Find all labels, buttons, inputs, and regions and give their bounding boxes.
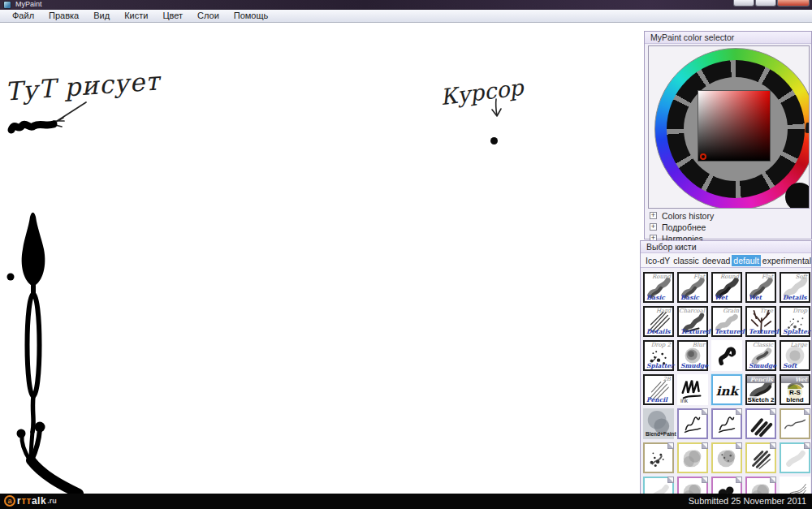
corner-fold-icon xyxy=(667,477,674,483)
corner-fold-icon xyxy=(702,408,708,415)
brush-bottom-label: Textured xyxy=(680,328,710,335)
brush-thumbnail[interactable]: BlurSmudge xyxy=(677,340,708,371)
brush-thumbnail[interactable]: DropSplatter xyxy=(780,306,810,337)
brush-name-label: ink xyxy=(680,398,688,403)
brush-top-label: Tree xyxy=(760,308,773,314)
brush-thumbnail[interactable]: HardDetails xyxy=(643,306,674,337)
brush-top-label: Drop 2 xyxy=(651,342,671,348)
brush-thumbnail[interactable]: ClassicSmudge xyxy=(745,340,776,371)
menu-item[interactable]: Вид xyxy=(86,10,117,22)
hand-arrow-to-cursor xyxy=(486,97,507,120)
brush-thumbnail[interactable]: FlatWet xyxy=(745,272,776,303)
menu-item[interactable]: Файл xyxy=(5,10,41,22)
brush-thumbnail[interactable]: GrainTextured xyxy=(711,306,742,337)
brush-thumbnail[interactable]: 2BPencil xyxy=(643,374,674,405)
brush-top-label: Classic xyxy=(753,342,773,348)
brush-top-label: Flat xyxy=(693,274,705,280)
menu-item[interactable]: Кисти xyxy=(117,10,155,22)
saturation-value-square[interactable] xyxy=(698,90,771,162)
brush-thumbnail[interactable] xyxy=(677,408,708,439)
brush-group-tab[interactable]: Ico-dY xyxy=(644,255,672,266)
brush-preview-ink-text-icon: ink xyxy=(713,376,741,403)
logo-domain: .ru xyxy=(47,497,57,505)
brush-cursor-dot xyxy=(490,137,498,145)
brush-preview-swan-icon xyxy=(713,342,741,369)
sv-marker xyxy=(700,153,706,160)
brush-group-tab[interactable]: experimental xyxy=(761,255,811,266)
brush-thumbnail[interactable]: CharcoalTextured xyxy=(677,306,708,337)
brush-group-tabs: Ico-dYclassicdeevaddefaultexperimentalin… xyxy=(641,253,811,268)
watermark-bar: arттalk.ru Submitted 25 November 2011 xyxy=(0,494,812,509)
expand-plus-icon[interactable]: + xyxy=(650,223,657,231)
brush-thumbnail[interactable]: RoundWet xyxy=(711,272,742,303)
brush-bottom-label: Details xyxy=(783,294,807,301)
brush-group-tab[interactable]: default xyxy=(732,255,761,266)
brush-top-label: Charcoal xyxy=(679,308,705,314)
color-panel-expanders: +Colors history+Подробнее+Harmonies xyxy=(650,210,808,244)
brush-thumbnail[interactable] xyxy=(745,477,776,494)
thick-brush-stroke xyxy=(6,116,60,139)
brush-thumbnail[interactable]: Drop 2Splatter xyxy=(643,340,674,371)
window-title: MyPaint xyxy=(15,0,42,8)
brush-thumbnail[interactable]: SoftDetails xyxy=(780,272,810,303)
brush-thumbnail[interactable] xyxy=(745,408,776,439)
corner-fold-icon xyxy=(702,477,708,483)
brush-panel-title: Выбор кисти xyxy=(641,241,811,253)
brush-bottom-label: Basic xyxy=(646,294,665,301)
corner-fold-icon xyxy=(736,477,742,483)
brush-group-tab[interactable]: classic xyxy=(672,255,701,266)
logo-a-icon: a xyxy=(4,495,15,507)
corner-fold-icon xyxy=(702,442,708,449)
minimize-button[interactable] xyxy=(733,0,754,6)
brush-thumbnail[interactable]: Blend+Paint xyxy=(643,408,674,439)
maximize-button[interactable] xyxy=(755,0,776,6)
brush-thumbnail[interactable]: RoundBasic xyxy=(643,272,674,303)
brush-thumbnail[interactable] xyxy=(711,340,742,371)
handwritten-note-cursor: Курсор xyxy=(438,75,525,110)
close-button[interactable] xyxy=(777,0,810,6)
corner-fold-icon xyxy=(770,408,776,415)
menu-item[interactable]: Помощь xyxy=(227,10,276,22)
brush-thumbnail[interactable]: FlatBasic xyxy=(677,272,708,303)
expander-row[interactable]: +Подробнее xyxy=(650,222,808,232)
submitted-date: Submitted 25 November 2011 xyxy=(689,496,806,506)
brush-bottom-label: Smudge xyxy=(749,362,776,369)
brush-thumbnail[interactable] xyxy=(677,442,708,473)
brush-thumbnail[interactable] xyxy=(780,477,810,494)
menu-item[interactable]: Слои xyxy=(190,10,227,22)
color-selector-panel: MyPaint color selector +Colors history+П… xyxy=(644,31,812,239)
window-controls xyxy=(733,0,810,6)
brush-thumbnail[interactable] xyxy=(780,442,810,473)
brush-thumbnail[interactable]: TreeTextured xyxy=(745,306,776,337)
brush-bottom-label: Soft xyxy=(783,362,797,369)
brush-thumbnail[interactable] xyxy=(711,442,742,473)
brush-thumbnail[interactable]: ink xyxy=(677,374,708,405)
brush-thumbnail[interactable] xyxy=(780,408,810,439)
brush-grid: RoundBasicFlatBasicRoundWetFlatWetSoftDe… xyxy=(641,270,812,494)
brush-thumbnail[interactable] xyxy=(677,477,708,494)
color-wheel-area[interactable] xyxy=(648,45,810,209)
brush-thumbnail[interactable] xyxy=(643,477,674,494)
expander-row[interactable]: +Colors history xyxy=(650,210,808,221)
brush-group-tab[interactable]: deevad xyxy=(701,255,732,266)
brush-thumbnail[interactable] xyxy=(711,477,742,494)
brush-top-label: Soft xyxy=(796,274,807,280)
menu-item[interactable]: Цвет xyxy=(155,10,190,22)
brush-bottom-label: Wet xyxy=(715,294,728,301)
brush-thumbnail[interactable] xyxy=(643,442,674,473)
brush-thumbnail[interactable]: ink xyxy=(711,374,742,405)
brush-thumbnail[interactable]: PencilsSketch 2 xyxy=(745,374,776,405)
title-bar: MyPaint xyxy=(0,0,812,10)
menu-item[interactable]: Правка xyxy=(41,10,86,22)
svg-text:ink: ink xyxy=(716,384,741,399)
expand-plus-icon[interactable]: + xyxy=(650,212,657,219)
brush-name-label: Blend+Paint xyxy=(646,431,676,437)
corner-fold-icon xyxy=(770,442,776,449)
brush-thumbnail[interactable]: LargeSoft xyxy=(780,340,810,371)
brush-thumbnail[interactable] xyxy=(745,442,776,473)
logo-text: тт xyxy=(21,495,32,507)
brush-bottom-label: Splatter xyxy=(646,362,674,369)
brush-thumbnail[interactable]: WetR-S blend xyxy=(780,374,810,405)
brush-top-label: Large xyxy=(790,342,807,348)
brush-thumbnail[interactable] xyxy=(711,408,742,439)
